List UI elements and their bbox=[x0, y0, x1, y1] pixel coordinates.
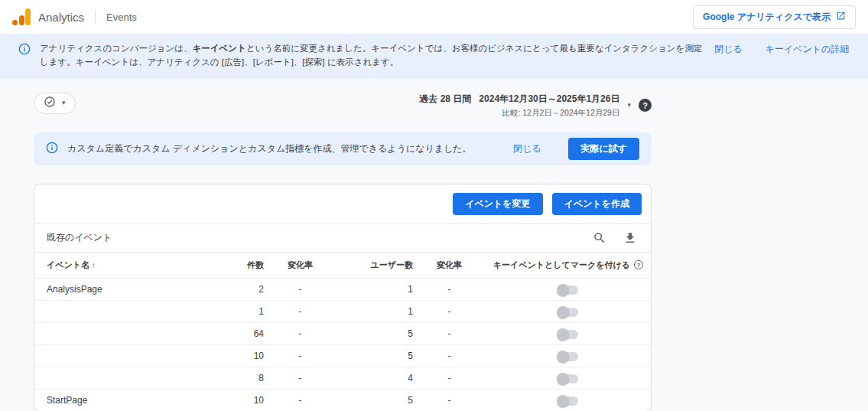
events-table: イベント名↑ 件数 変化率 ユーザー数 変化率 キーイベントとしてマークを付ける… bbox=[34, 253, 651, 411]
event-change-cell: - bbox=[264, 322, 336, 344]
event-count-cell: 10 bbox=[212, 344, 264, 367]
info-icon bbox=[18, 43, 31, 57]
filter-chip[interactable]: ▾ bbox=[34, 93, 76, 114]
brand: Analytics Events bbox=[12, 8, 137, 26]
event-mark-cell bbox=[486, 344, 651, 367]
sort-ascending-icon: ↑ bbox=[92, 261, 96, 269]
notice-message: カスタム定義でカスタム ディメンションとカスタム指標を作成、管理できるようになり… bbox=[67, 142, 504, 155]
info-icon bbox=[46, 142, 58, 156]
date-range-value: 2024年12月30日～2025年1月26日 bbox=[479, 93, 619, 104]
key-event-toggle[interactable] bbox=[558, 352, 578, 361]
table-row: 8-4- bbox=[34, 367, 651, 389]
toggle-knob bbox=[557, 395, 569, 407]
banner-message: アナリティクスのコンバージョンは、キーイベントという名前に変更されました。キーイ… bbox=[40, 41, 705, 70]
toggle-knob bbox=[557, 351, 569, 363]
events-card: イベントを変更 イベントを作成 既存のイベント イベント名↑ 件数 変化率 bbox=[34, 184, 652, 411]
event-users-change-cell: - bbox=[413, 300, 486, 322]
date-range-block: 過去 28 日間2024年12月30日～2025年1月26日 比較: 12月2日… bbox=[419, 93, 652, 119]
event-change-cell: - bbox=[264, 367, 336, 389]
event-change-cell: - bbox=[264, 300, 336, 322]
try-now-button[interactable]: 実際に試す bbox=[568, 138, 639, 160]
event-name-cell bbox=[34, 300, 212, 322]
key-event-toggle[interactable] bbox=[558, 308, 578, 317]
event-users-change-cell: - bbox=[413, 344, 486, 367]
events-table-body: AnalysisPage2-1-1-1-64-5-10-5-8-4-StartP… bbox=[34, 278, 651, 411]
event-mark-cell bbox=[486, 300, 651, 322]
banner-close-link[interactable]: 閉じる bbox=[714, 43, 743, 56]
event-users-change-cell: - bbox=[413, 278, 486, 300]
event-name-cell bbox=[34, 322, 212, 344]
event-users-cell: 4 bbox=[336, 367, 413, 389]
table-row: 10-5- bbox=[34, 344, 651, 367]
app-name: Analytics bbox=[38, 11, 84, 24]
table-row: StartPage10-5- bbox=[34, 389, 651, 411]
event-count-cell: 8 bbox=[212, 367, 264, 389]
open-in-ga-button[interactable]: Google アナリティクスで表示 bbox=[693, 5, 856, 29]
chevron-down-icon: ▾ bbox=[62, 99, 66, 106]
download-icon[interactable] bbox=[622, 230, 639, 246]
column-help-icon[interactable]: ? bbox=[634, 260, 643, 269]
banner-links: 閉じる キーイベントの詳細 bbox=[714, 43, 849, 56]
toggle-knob bbox=[557, 373, 569, 385]
event-change-cell: - bbox=[264, 389, 336, 411]
column-header-count[interactable]: 件数 bbox=[212, 253, 264, 279]
chevron-down-icon[interactable]: ▾ bbox=[627, 102, 631, 109]
table-row: 64-5- bbox=[34, 322, 651, 344]
header-divider bbox=[95, 10, 96, 24]
event-users-cell: 1 bbox=[336, 278, 413, 300]
event-count-cell: 1 bbox=[212, 300, 264, 322]
key-event-toggle[interactable] bbox=[558, 330, 578, 339]
event-name-cell bbox=[34, 367, 212, 389]
event-count-cell: 10 bbox=[212, 389, 264, 411]
table-header-row: イベント名↑ 件数 変化率 ユーザー数 変化率 キーイベントとしてマークを付ける… bbox=[34, 253, 651, 279]
modify-event-button[interactable]: イベントを変更 bbox=[453, 193, 542, 215]
event-users-cell: 5 bbox=[336, 322, 413, 344]
event-users-cell: 5 bbox=[336, 389, 413, 411]
date-compare-value: 比較: 12月2日～2024年12月29日 bbox=[419, 108, 619, 119]
search-icon[interactable] bbox=[591, 230, 608, 246]
column-header-users[interactable]: ユーザー数 bbox=[336, 253, 413, 279]
event-users-change-cell: - bbox=[413, 367, 486, 389]
custom-definitions-notice: カスタム定義でカスタム ディメンションとカスタム指標を作成、管理できるようになり… bbox=[34, 132, 652, 165]
event-users-change-cell: - bbox=[413, 389, 486, 411]
notice-close-link[interactable]: 閉じる bbox=[513, 142, 541, 155]
event-mark-cell bbox=[486, 322, 651, 344]
event-change-cell: - bbox=[264, 344, 336, 367]
page-title: Events bbox=[106, 11, 137, 23]
open-in-ga-label: Google アナリティクスで表示 bbox=[703, 11, 831, 24]
key-event-details-link[interactable]: キーイベントの詳細 bbox=[766, 43, 850, 56]
create-event-button[interactable]: イベントを作成 bbox=[552, 193, 642, 215]
external-link-icon bbox=[836, 11, 846, 23]
toggle-knob bbox=[557, 284, 569, 296]
key-event-toggle[interactable] bbox=[558, 285, 578, 295]
search-input[interactable]: 既存のイベント bbox=[47, 231, 577, 244]
column-header-event-name[interactable]: イベント名↑ bbox=[34, 253, 212, 279]
table-row: 1-1- bbox=[34, 300, 651, 322]
search-row: 既存のイベント bbox=[34, 223, 651, 253]
key-event-toggle[interactable] bbox=[558, 374, 578, 383]
key-event-banner: アナリティクスのコンバージョンは、キーイベントという名前に変更されました。キーイ… bbox=[0, 34, 868, 79]
event-name-cell: AnalysisPage bbox=[34, 278, 212, 300]
help-icon[interactable]: ? bbox=[639, 99, 652, 112]
event-change-cell: - bbox=[264, 278, 336, 300]
toggle-knob bbox=[557, 328, 569, 341]
event-name-cell: StartPage bbox=[34, 389, 212, 411]
toggle-knob bbox=[557, 306, 569, 318]
event-count-cell: 2 bbox=[212, 278, 264, 300]
check-circle-icon bbox=[44, 96, 56, 110]
date-range-label: 過去 28 日間 bbox=[419, 93, 471, 104]
card-actions: イベントを変更 イベントを作成 bbox=[34, 184, 651, 223]
event-users-cell: 1 bbox=[336, 300, 413, 322]
google-analytics-logo-icon bbox=[12, 8, 32, 26]
event-mark-cell bbox=[486, 367, 651, 389]
key-event-toggle[interactable] bbox=[558, 396, 578, 406]
column-header-users-change[interactable]: 変化率 bbox=[413, 253, 486, 279]
column-header-mark-key-event: キーイベントとしてマークを付ける? bbox=[486, 253, 651, 279]
toolbar: ▾ 過去 28 日間2024年12月30日～2025年1月26日 比較: 12月… bbox=[34, 93, 652, 119]
date-range-selector[interactable]: 過去 28 日間2024年12月30日～2025年1月26日 比較: 12月2日… bbox=[419, 93, 619, 119]
event-users-cell: 5 bbox=[336, 344, 413, 367]
event-name-cell bbox=[34, 344, 212, 367]
event-mark-cell bbox=[486, 278, 651, 300]
column-header-change[interactable]: 変化率 bbox=[264, 253, 336, 279]
event-users-change-cell: - bbox=[413, 322, 486, 344]
